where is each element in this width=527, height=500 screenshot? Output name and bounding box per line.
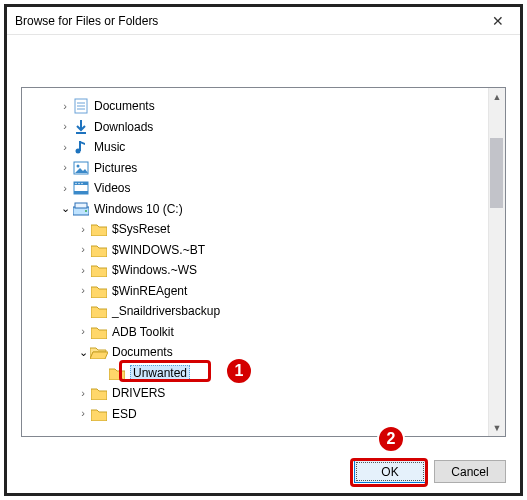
tree-item-label: ADB Toolkit	[112, 325, 174, 339]
tree-item-label: Documents	[94, 99, 155, 113]
cancel-button[interactable]: Cancel	[434, 460, 506, 483]
folder-icon	[90, 221, 108, 237]
svg-point-12	[78, 183, 79, 184]
tree-item[interactable]: ›DRIVERS	[22, 383, 488, 404]
dialog-footer: OK Cancel	[354, 460, 506, 483]
tree-item[interactable]: ⌄Windows 10 (C:)	[22, 199, 488, 220]
tree-item[interactable]: ›Documents	[22, 96, 488, 117]
tree-item[interactable]: ›Downloads	[22, 117, 488, 138]
svg-rect-10	[74, 191, 88, 194]
chevron-right-icon[interactable]: ›	[58, 121, 72, 132]
video-icon	[72, 180, 90, 196]
tree-item[interactable]: ›ADB Toolkit	[22, 322, 488, 343]
tree-item[interactable]: ›Music	[22, 137, 488, 158]
folder-icon	[90, 303, 108, 319]
folder-icon	[90, 324, 108, 340]
tree-item-label: Windows 10 (C:)	[94, 202, 183, 216]
tree-item-label: Pictures	[94, 161, 137, 175]
tree-item[interactable]: ›$WINDOWS.~BT	[22, 240, 488, 261]
tree-item-label: $SysReset	[112, 222, 170, 236]
chevron-right-icon[interactable]: ›	[76, 285, 90, 296]
chevron-down-icon[interactable]: ⌄	[58, 203, 72, 214]
vertical-scrollbar[interactable]: ▲ ▼	[488, 88, 505, 436]
tree-item-label: Documents	[112, 345, 173, 359]
tree-item[interactable]: _Snaildriversbackup	[22, 301, 488, 322]
ok-button-label: OK	[381, 465, 398, 479]
tree-item-label: Videos	[94, 181, 130, 195]
tree-item[interactable]: Unwanted	[22, 363, 488, 384]
chevron-right-icon[interactable]: ›	[58, 142, 72, 153]
ok-button[interactable]: OK	[354, 460, 426, 483]
folder-icon	[90, 385, 108, 401]
tree-item-label: Downloads	[94, 120, 153, 134]
svg-point-13	[81, 183, 82, 184]
titlebar[interactable]: Browse for Files or Folders ✕	[7, 7, 520, 35]
chevron-right-icon[interactable]: ›	[76, 326, 90, 337]
svg-point-16	[85, 210, 87, 212]
tree-item-label: Unwanted	[130, 365, 190, 381]
tree-item[interactable]: ›ESD	[22, 404, 488, 425]
tree-item-label: $WINDOWS.~BT	[112, 243, 205, 257]
tree-item-label: DRIVERS	[112, 386, 165, 400]
tree-item-label: $Windows.~WS	[112, 263, 197, 277]
tree-item-label: Music	[94, 140, 125, 154]
scroll-thumb[interactable]	[490, 138, 503, 208]
tree-item[interactable]: ›Videos	[22, 178, 488, 199]
svg-point-5	[76, 149, 81, 154]
chevron-right-icon[interactable]: ›	[76, 388, 90, 399]
window-title: Browse for Files or Folders	[15, 14, 158, 28]
drive-icon	[72, 201, 90, 217]
dialog-window: Browse for Files or Folders ✕ ›Documents…	[4, 4, 523, 496]
scroll-up-arrow-icon[interactable]: ▲	[493, 88, 502, 105]
svg-point-11	[75, 183, 76, 184]
folder-icon	[90, 406, 108, 422]
music-icon	[72, 139, 90, 155]
chevron-down-icon[interactable]: ⌄	[76, 347, 90, 358]
pic-icon	[72, 160, 90, 176]
close-icon: ✕	[492, 13, 504, 29]
chevron-right-icon[interactable]: ›	[58, 162, 72, 173]
chevron-right-icon[interactable]: ›	[58, 183, 72, 194]
folder-icon	[90, 283, 108, 299]
scroll-down-arrow-icon[interactable]: ▼	[493, 419, 502, 436]
chevron-right-icon[interactable]: ›	[76, 224, 90, 235]
tree-item-label: _Snaildriversbackup	[112, 304, 220, 318]
svg-rect-15	[75, 203, 87, 208]
tree-view-frame: ›Documents›Downloads›Music›Pictures›Vide…	[21, 87, 506, 437]
tree-item[interactable]: ›Pictures	[22, 158, 488, 179]
doc-icon	[72, 98, 90, 114]
svg-point-7	[77, 164, 80, 167]
chevron-right-icon[interactable]: ›	[76, 244, 90, 255]
chevron-right-icon[interactable]: ›	[76, 265, 90, 276]
chevron-right-icon[interactable]: ›	[76, 408, 90, 419]
tree-item-label: $WinREAgent	[112, 284, 187, 298]
folder-icon	[90, 242, 108, 258]
folder-icon	[90, 262, 108, 278]
tree-item[interactable]: ›$Windows.~WS	[22, 260, 488, 281]
close-button[interactable]: ✕	[476, 7, 520, 35]
tree-item[interactable]: ⌄Documents	[22, 342, 488, 363]
chevron-right-icon[interactable]: ›	[58, 101, 72, 112]
tree-item[interactable]: ›$SysReset	[22, 219, 488, 240]
tree-view[interactable]: ›Documents›Downloads›Music›Pictures›Vide…	[22, 88, 488, 436]
cancel-button-label: Cancel	[451, 465, 488, 479]
tree-item[interactable]: ›$WinREAgent	[22, 281, 488, 302]
down-icon	[72, 119, 90, 135]
tree-item-label: ESD	[112, 407, 137, 421]
folder-open-icon	[90, 344, 108, 360]
folder-icon	[108, 365, 126, 381]
dialog-spacer	[7, 35, 520, 87]
